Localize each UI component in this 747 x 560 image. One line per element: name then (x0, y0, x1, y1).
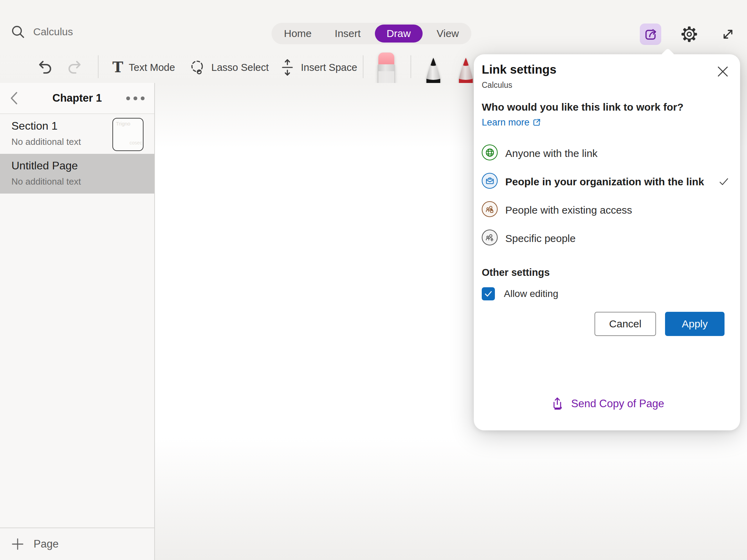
fullscreen-button[interactable] (717, 24, 739, 45)
toolbar-divider (363, 55, 363, 78)
undo-button[interactable] (35, 52, 54, 83)
option-people-with-existing-access[interactable]: People with existing access (482, 197, 725, 225)
share-button[interactable] (640, 24, 661, 45)
back-button[interactable] (8, 91, 20, 106)
ribbon-tabs: Home Insert Draw View (271, 23, 471, 44)
search-notebook-name: Calculus (33, 26, 73, 38)
top-actions (640, 24, 739, 45)
learn-more-label: Learn more (482, 117, 529, 128)
people-lock-icon (482, 201, 498, 217)
send-copy-icon (550, 396, 564, 411)
tab-home[interactable]: Home (275, 25, 321, 43)
link-settings-dialog: Link settings Calculus Who would you lik… (474, 54, 740, 430)
allow-editing-label: Allow editing (504, 288, 558, 299)
toolbar-divider (411, 55, 411, 78)
send-copy-of-page-button[interactable]: Send Copy of Page (474, 396, 740, 411)
option-anyone-with-link[interactable]: Anyone with the link (482, 140, 725, 169)
option-specific-people[interactable]: Specific people (482, 225, 725, 254)
link-audience-options: Anyone with the link People in your orga… (482, 140, 725, 254)
text-mode-label: Text Mode (129, 62, 175, 73)
allow-editing-checkbox[interactable] (482, 287, 495, 300)
redo-button[interactable] (66, 52, 85, 83)
text-mode-icon: T (112, 60, 123, 75)
briefcase-icon (482, 173, 498, 189)
thumbnail-scribble: Trigno (116, 121, 130, 127)
globe-icon (482, 144, 498, 160)
other-settings-heading: Other settings (482, 267, 725, 278)
search-icon (10, 24, 26, 39)
close-button[interactable] (714, 63, 731, 80)
pen-red-tool[interactable] (456, 57, 476, 83)
thumbnail-scribble: cosec (129, 140, 142, 146)
insert-space-icon (279, 58, 295, 76)
people-add-icon (482, 230, 498, 245)
undo-icon (35, 58, 54, 77)
plus-icon (11, 538, 24, 550)
gear-icon (681, 26, 698, 43)
toolbar-divider (98, 55, 99, 78)
dialog-buttons: Cancel Apply (474, 312, 740, 336)
page-list-sidebar: Chapter 1 Section 1 No additional text T… (0, 83, 155, 560)
tab-insert[interactable]: Insert (326, 25, 370, 43)
option-label: People with existing access (505, 201, 632, 217)
option-label: Specific people (505, 230, 575, 246)
insert-space-button[interactable]: Insert Space (279, 52, 357, 83)
page-title: Untitled Page (11, 159, 154, 172)
redo-icon (66, 58, 85, 77)
page-row-untitled-selected[interactable]: Untitled Page No additional text (0, 154, 154, 194)
add-page-button[interactable]: Page (0, 528, 154, 560)
sidebar-header: Chapter 1 (0, 83, 154, 114)
external-link-icon (529, 117, 541, 128)
top-bar: Calculus Home Insert Draw View (0, 0, 747, 52)
settings-button[interactable] (679, 24, 700, 45)
page-thumbnail: Trigno cosec (112, 118, 144, 151)
lasso-select-button[interactable]: Lasso Select (188, 52, 269, 83)
question-text: Who would you like this link to work for… (482, 101, 683, 113)
option-people-in-organization[interactable]: People in your organization with the lin… (482, 169, 725, 197)
tab-view[interactable]: View (428, 25, 468, 43)
text-mode-button[interactable]: T Text Mode (112, 52, 175, 83)
cancel-button[interactable]: Cancel (594, 312, 656, 336)
eraser-face (378, 71, 394, 83)
lasso-select-icon (188, 59, 206, 76)
option-label: Anyone with the link (505, 144, 598, 161)
insert-space-label: Insert Space (301, 62, 357, 73)
close-icon (717, 66, 729, 77)
onenote-app: Calculus Home Insert Draw View (0, 0, 747, 560)
notebook-search[interactable]: Calculus (10, 24, 73, 39)
page-subtitle: No additional text (11, 176, 154, 187)
allow-editing-row: Allow editing (482, 287, 725, 300)
page-row-section-1[interactable]: Section 1 No additional text Trigno cose… (0, 114, 154, 154)
send-copy-label: Send Copy of Page (571, 398, 664, 410)
section-menu-button[interactable] (126, 96, 145, 100)
option-label: People in your organization with the lin… (505, 173, 704, 189)
expand-icon (720, 26, 736, 43)
pen-black-tool[interactable] (423, 57, 443, 83)
learn-more-link[interactable]: Learn more (482, 117, 541, 128)
apply-button[interactable]: Apply (665, 312, 725, 336)
selected-checkmark-icon (718, 176, 729, 187)
add-page-label: Page (34, 538, 58, 550)
lasso-select-label: Lasso Select (211, 62, 269, 73)
dialog-question: Who would you like this link to work for… (482, 100, 696, 130)
dialog-notebook-name: Calculus (482, 81, 725, 90)
share-icon (642, 26, 659, 43)
dialog-title: Link settings (482, 63, 725, 76)
eraser-tool[interactable] (378, 52, 396, 83)
tab-draw[interactable]: Draw (375, 25, 423, 43)
